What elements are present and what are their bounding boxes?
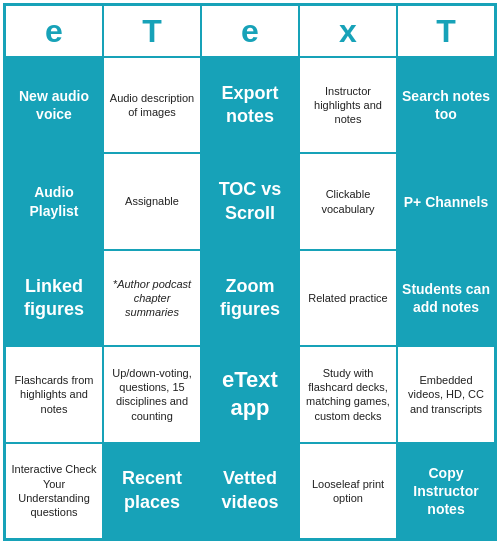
cell-0-1: Audio description of images	[103, 57, 201, 153]
cell-0-2: Export notes	[201, 57, 299, 153]
cell-3-0: Flashcards from highlights and notes	[5, 346, 103, 442]
grid-row-4: Interactive Check Your Understanding que…	[5, 443, 495, 539]
header-row: eTexT	[5, 5, 495, 57]
cell-1-0: Audio Playlist	[5, 153, 103, 249]
cell-0-0: New audio voice	[5, 57, 103, 153]
cell-3-2: eText app	[201, 346, 299, 442]
cell-3-3: Study with flashcard decks, matching gam…	[299, 346, 397, 442]
cell-2-3: Related practice	[299, 250, 397, 346]
cell-3-1: Up/down-voting, questions, 15 discipline…	[103, 346, 201, 442]
grid-row-0: New audio voiceAudio description of imag…	[5, 57, 495, 153]
cell-1-4: P+ Channels	[397, 153, 495, 249]
header-letter-e-0: e	[5, 5, 103, 57]
grid-row-1: Audio PlaylistAssignableTOC vs ScrollCli…	[5, 153, 495, 249]
cell-2-0: Linked figures	[5, 250, 103, 346]
cell-4-3: Looseleaf print option	[299, 443, 397, 539]
cell-2-2: Zoom figures	[201, 250, 299, 346]
bingo-board: eTexT New audio voiceAudio description o…	[3, 3, 497, 541]
cell-1-3: Clickable vocabulary	[299, 153, 397, 249]
header-letter-T-1: T	[103, 5, 201, 57]
cell-4-1: Recent places	[103, 443, 201, 539]
grid-row-3: Flashcards from highlights and notesUp/d…	[5, 346, 495, 442]
cell-0-3: Instructor highlights and notes	[299, 57, 397, 153]
header-letter-e-2: e	[201, 5, 299, 57]
header-letter-T-4: T	[397, 5, 495, 57]
grid-row-2: Linked figures*Author podcast chapter su…	[5, 250, 495, 346]
header-letter-x-3: x	[299, 5, 397, 57]
cell-2-4: Students can add notes	[397, 250, 495, 346]
cell-1-1: Assignable	[103, 153, 201, 249]
cell-3-4: Embedded videos, HD, CC and transcripts	[397, 346, 495, 442]
cell-4-4: Copy Instructor notes	[397, 443, 495, 539]
cell-4-0: Interactive Check Your Understanding que…	[5, 443, 103, 539]
cell-1-2: TOC vs Scroll	[201, 153, 299, 249]
cell-2-1: *Author podcast chapter summaries	[103, 250, 201, 346]
grid: New audio voiceAudio description of imag…	[5, 57, 495, 539]
cell-0-4: Search notes too	[397, 57, 495, 153]
cell-4-2: Vetted videos	[201, 443, 299, 539]
